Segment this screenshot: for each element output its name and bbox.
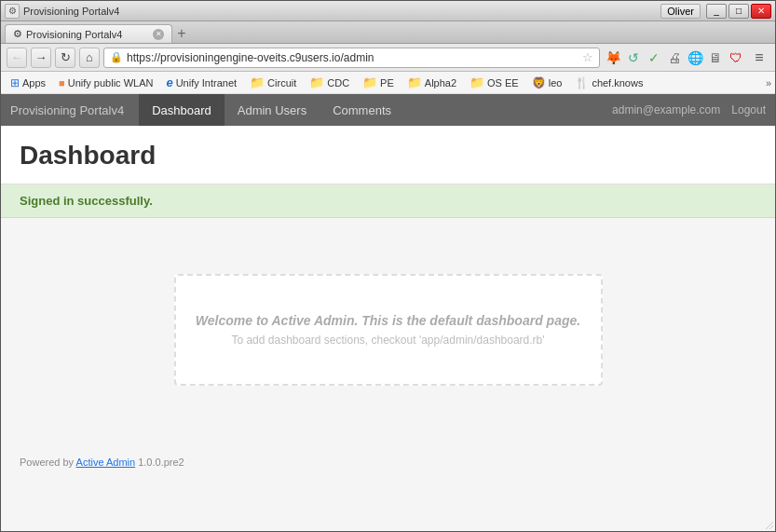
page-content: Dashboard Signed in successfully. Welcom…: [1, 126, 775, 531]
bookmark-alpha2[interactable]: 📁 Alpha2: [402, 74, 462, 92]
url-text: https://provisioningengine-oveits.c9user…: [127, 51, 579, 64]
dashboard-welcome-box: Welcome to Active Admin. This is the def…: [174, 274, 603, 386]
nav-comments[interactable]: Comments: [320, 94, 404, 126]
page-title: Dashboard: [20, 141, 756, 171]
globe-icon: 🌐: [686, 48, 704, 67]
resize-handle[interactable]: [762, 518, 773, 529]
tab-favicon: ⚙: [13, 28, 22, 40]
monitor-icon: 🖥: [706, 48, 725, 67]
folder-osee-icon: 📁: [470, 75, 484, 89]
app-nav-title: Provisioning Portalv4: [10, 103, 124, 117]
page-header: Dashboard: [1, 126, 775, 184]
bookmark-apps-label: Apps: [22, 77, 46, 89]
back-button[interactable]: ←: [7, 48, 27, 68]
firefox-icon: 🦊: [604, 48, 622, 67]
bookmarks-bar: ⊞ Apps ■ Unify public WLAN e Unify Intra…: [1, 72, 775, 94]
bookmarks-more-button[interactable]: »: [766, 77, 771, 89]
tab-close-button[interactable]: ✕: [153, 29, 164, 40]
dashboard-hint-text: To add dashboard sections, checkout 'app…: [195, 334, 582, 347]
bookmark-apps[interactable]: ⊞ Apps: [5, 74, 51, 92]
active-admin-link[interactable]: Active Admin: [76, 457, 136, 468]
url-bar[interactable]: 🔒 https://provisioningengine-oveits.c9us…: [103, 48, 600, 68]
flash-message-text: Signed in successfully.: [20, 194, 153, 208]
dashboard-welcome-text: Welcome to Active Admin. This is the def…: [195, 313, 582, 328]
maximize-button[interactable]: □: [728, 4, 749, 19]
footer-version-text: 1.0.0.pre2: [135, 457, 184, 468]
svg-line-0: [766, 522, 773, 529]
nav-logout-button[interactable]: Logout: [731, 103, 766, 116]
close-button[interactable]: ✕: [751, 4, 771, 19]
apps-grid-icon: ⊞: [10, 76, 20, 89]
bookmark-osee[interactable]: 📁 OS EE: [464, 74, 524, 92]
new-tab-button[interactable]: +: [172, 24, 191, 43]
nav-admin-users[interactable]: Admin Users: [225, 94, 320, 126]
reload-button[interactable]: ↻: [55, 48, 75, 68]
home-button[interactable]: ⌂: [79, 48, 100, 68]
bookmark-unify-intranet-label: Unify Intranet: [176, 77, 237, 89]
folder-circuit-icon: 📁: [250, 75, 265, 89]
bookmark-pe-label: PE: [380, 77, 394, 89]
refresh-icon: ↺: [624, 48, 643, 67]
bookmark-pe[interactable]: 📁 PE: [357, 74, 400, 92]
forward-button[interactable]: →: [31, 48, 51, 68]
address-bar: ← → ↻ ⌂ 🔒 https://provisioningengine-ove…: [1, 44, 775, 72]
browser-content: Provisioning Portalv4 Dashboard Admin Us…: [1, 94, 775, 531]
app-nav: Provisioning Portalv4 Dashboard Admin Us…: [1, 94, 775, 126]
bookmark-cdc[interactable]: 📁 CDC: [304, 74, 355, 92]
bookmark-unify-wlan-label: Unify public WLAN: [68, 77, 154, 89]
minimize-button[interactable]: _: [706, 4, 727, 19]
unify-wlan-icon: ■: [59, 77, 65, 89]
page-footer: Powered by Active Admin 1.0.0.pre2: [1, 442, 775, 483]
nav-dashboard[interactable]: Dashboard: [139, 94, 225, 126]
chef-icon: 🍴: [575, 76, 589, 89]
bookmark-leo-label: leo: [549, 77, 563, 89]
nav-user-email: admin@example.com: [612, 103, 720, 116]
bookmark-chefknows[interactable]: 🍴 chef.knows: [569, 74, 648, 92]
footer-powered-text: Powered by: [20, 457, 76, 468]
bookmark-leo[interactable]: 🦁 leo: [526, 74, 568, 92]
menu-button[interactable]: ≡: [749, 48, 769, 68]
tab-bar: ⚙ Provisioning Portalv4 ✕ +: [1, 21, 775, 44]
bookmark-circuit-label: Circuit: [267, 77, 296, 89]
leo-icon: 🦁: [532, 76, 546, 89]
bookmark-circuit[interactable]: 📁 Circuit: [244, 74, 302, 92]
bookmark-unify-wlan[interactable]: ■ Unify public WLAN: [53, 74, 158, 92]
folder-pe-icon: 📁: [362, 75, 377, 89]
secure-icon: 🔒: [110, 51, 123, 63]
window-title: Provisioning Portalv4: [23, 6, 119, 17]
ie-icon: e: [166, 75, 172, 89]
tab-label: Provisioning Portalv4: [26, 29, 122, 40]
bookmark-chefknows-label: chef.knows: [592, 77, 643, 89]
folder-cdc-icon: 📁: [309, 75, 324, 89]
title-bar: ⚙ Provisioning Portalv4 Oliver _ □ ✕: [1, 1, 775, 21]
window-favicon: ⚙: [5, 4, 20, 19]
tab-active[interactable]: ⚙ Provisioning Portalv4 ✕: [5, 24, 172, 43]
bookmark-star-icon[interactable]: ☆: [582, 50, 593, 64]
svg-line-1: [769, 525, 773, 529]
printer-icon: 🖨: [665, 48, 684, 67]
checkmark-icon: ✓: [645, 48, 663, 67]
bookmark-osee-label: OS EE: [487, 77, 519, 89]
flash-success-banner: Signed in successfully.: [1, 184, 775, 218]
shield-icon: 🛡: [727, 48, 745, 67]
folder-alpha2-icon: 📁: [407, 75, 422, 89]
user-label: Oliver: [660, 4, 701, 19]
bookmark-cdc-label: CDC: [327, 77, 349, 89]
bookmark-alpha2-label: Alpha2: [425, 77, 456, 89]
addon-icons: 🦊 ↺ ✓ 🖨 🌐 🖥 🛡: [604, 48, 745, 67]
bookmark-unify-intranet[interactable]: e Unify Intranet: [160, 74, 242, 92]
